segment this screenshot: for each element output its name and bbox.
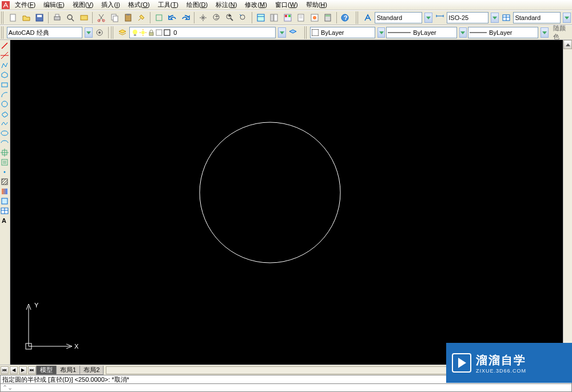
print-button[interactable] bbox=[51, 11, 63, 24]
revcloud-tool[interactable] bbox=[0, 109, 9, 118]
menu-modify[interactable]: 修改(M) bbox=[241, 0, 271, 10]
matchprop-button[interactable] bbox=[136, 11, 148, 24]
publish-button[interactable] bbox=[78, 11, 90, 24]
line-tool[interactable] bbox=[0, 41, 9, 50]
svg-rect-1 bbox=[10, 14, 15, 21]
color-combo[interactable]: ByLayer bbox=[310, 27, 375, 38]
menu-dimension[interactable]: 标注(N) bbox=[212, 0, 240, 10]
toolbar-grip[interactable] bbox=[111, 26, 114, 39]
help-button[interactable]: ? bbox=[339, 11, 351, 24]
textstyle-button[interactable] bbox=[362, 11, 374, 24]
paste-button[interactable] bbox=[122, 11, 134, 24]
insertblock-tool[interactable] bbox=[0, 148, 9, 157]
region-tool[interactable] bbox=[0, 197, 9, 206]
tab-last-button[interactable]: ⏭ bbox=[28, 366, 36, 374]
toolbar-grip[interactable] bbox=[1, 11, 5, 24]
tab-next-button[interactable]: ▶ bbox=[19, 366, 27, 374]
svg-rect-76 bbox=[2, 189, 7, 194]
spline-tool[interactable] bbox=[0, 119, 9, 128]
sheetset-button[interactable] bbox=[295, 11, 307, 24]
xline-tool[interactable] bbox=[0, 51, 9, 60]
dropdown-arrow-icon[interactable] bbox=[424, 13, 432, 23]
rectangle-tool[interactable] bbox=[0, 80, 9, 89]
toolbar-grip[interactable] bbox=[1, 26, 5, 39]
dropdown-arrow-icon[interactable] bbox=[459, 27, 467, 38]
dropdown-arrow-icon[interactable] bbox=[278, 27, 285, 38]
lineweight-combo[interactable]: ByLayer bbox=[468, 27, 538, 38]
linetype-combo[interactable]: ByLayer bbox=[386, 27, 456, 38]
vertical-scrollbar[interactable] bbox=[563, 40, 572, 365]
polygon-tool[interactable] bbox=[0, 70, 9, 79]
dimstyle-button[interactable] bbox=[434, 11, 446, 24]
mtext-tool[interactable]: A bbox=[0, 216, 9, 225]
point-tool[interactable] bbox=[0, 167, 9, 177]
menu-file[interactable]: 文件(F) bbox=[11, 0, 39, 10]
markup-button[interactable] bbox=[308, 11, 320, 24]
menu-help[interactable]: 帮助(H) bbox=[303, 0, 331, 10]
tab-layout1[interactable]: 布局1 bbox=[56, 366, 80, 375]
undo-button[interactable] bbox=[166, 11, 178, 24]
dropdown-arrow-icon[interactable] bbox=[491, 13, 499, 23]
menu-window[interactable]: 窗口(W) bbox=[272, 0, 301, 10]
calculator-button[interactable] bbox=[321, 11, 333, 24]
tab-model[interactable]: 模型 bbox=[36, 366, 57, 375]
ellipse-tool[interactable] bbox=[0, 129, 9, 138]
dimstyle-combo[interactable]: ISO-25 bbox=[447, 12, 488, 23]
save-button[interactable] bbox=[34, 11, 46, 24]
zoom-rt-button[interactable]: ± bbox=[210, 11, 223, 24]
preview-button[interactable] bbox=[65, 11, 77, 24]
dropdown-arrow-icon[interactable] bbox=[563, 13, 571, 23]
command-input[interactable]: ⌃⌄ bbox=[0, 384, 572, 392]
menu-format[interactable]: 格式(O) bbox=[125, 0, 153, 10]
scroll-up-button[interactable] bbox=[563, 40, 572, 49]
drawing-canvas[interactable]: Y X bbox=[10, 40, 563, 365]
menu-view[interactable]: 视图(V) bbox=[69, 0, 97, 10]
tablestyle-combo[interactable]: Standard bbox=[513, 12, 561, 23]
svg-rect-14 bbox=[126, 14, 130, 15]
scroll-track[interactable] bbox=[563, 49, 572, 355]
zoom-window-button[interactable]: + bbox=[224, 11, 236, 24]
table-tool[interactable] bbox=[0, 206, 9, 215]
block-button[interactable] bbox=[153, 11, 165, 24]
pan-button[interactable] bbox=[197, 11, 209, 24]
circle-tool[interactable] bbox=[0, 99, 9, 109]
svg-rect-4 bbox=[54, 17, 60, 20]
tab-layout2[interactable]: 布局2 bbox=[80, 366, 104, 375]
ellipsearc-tool[interactable] bbox=[0, 138, 9, 147]
layer-prev-button[interactable] bbox=[287, 26, 299, 39]
properties-button[interactable] bbox=[255, 11, 267, 24]
cut-button[interactable] bbox=[95, 11, 107, 24]
hatch-tool[interactable] bbox=[0, 177, 9, 186]
toolbar-grip[interactable] bbox=[304, 26, 308, 39]
dropdown-arrow-icon[interactable] bbox=[85, 27, 92, 38]
tab-first-button[interactable]: ⏮ bbox=[1, 366, 9, 374]
textstyle-combo[interactable]: Standard bbox=[375, 12, 422, 23]
svg-rect-22 bbox=[257, 14, 264, 21]
open-button[interactable] bbox=[20, 11, 32, 24]
workspace-settings-button[interactable] bbox=[94, 26, 106, 39]
menu-insert[interactable]: 插入(I) bbox=[98, 0, 123, 10]
menu-edit[interactable]: 编辑(E) bbox=[40, 0, 68, 10]
toolbar-grip[interactable] bbox=[356, 11, 359, 24]
dropdown-arrow-icon[interactable] bbox=[378, 27, 385, 38]
redo-button[interactable] bbox=[180, 11, 192, 24]
workspace-combo[interactable]: AutoCAD 经典 bbox=[7, 27, 83, 38]
makeblock-tool[interactable] bbox=[0, 158, 9, 167]
layer-combo[interactable]: 0 bbox=[129, 27, 276, 38]
polyline-tool[interactable] bbox=[0, 61, 9, 70]
tablestyle-button[interactable] bbox=[500, 11, 512, 24]
menu-draw[interactable]: 绘图(D) bbox=[183, 0, 211, 10]
canvas-area: Y X bbox=[10, 40, 563, 365]
tab-prev-button[interactable]: ◀ bbox=[10, 366, 18, 374]
arc-tool[interactable] bbox=[0, 90, 9, 99]
svg-rect-77 bbox=[2, 198, 7, 204]
menu-tools[interactable]: 工具(T) bbox=[154, 0, 182, 10]
toolpalette-button[interactable] bbox=[281, 11, 293, 24]
dropdown-arrow-icon[interactable] bbox=[541, 27, 548, 38]
gradient-tool[interactable] bbox=[0, 187, 9, 196]
zoom-prev-button[interactable] bbox=[237, 11, 249, 24]
layer-manager-button[interactable] bbox=[116, 26, 128, 39]
new-button[interactable] bbox=[7, 11, 19, 24]
designcenter-button[interactable] bbox=[268, 11, 280, 24]
copy-button[interactable] bbox=[109, 11, 121, 24]
